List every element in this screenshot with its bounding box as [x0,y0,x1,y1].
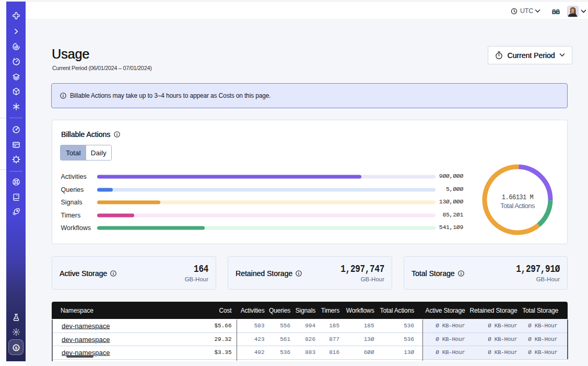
svg-text:Total Actions: Total Actions [500,202,535,210]
svg-text:1.66131 M: 1.66131 M [502,194,534,201]
svg-text:$: $ [15,345,17,350]
